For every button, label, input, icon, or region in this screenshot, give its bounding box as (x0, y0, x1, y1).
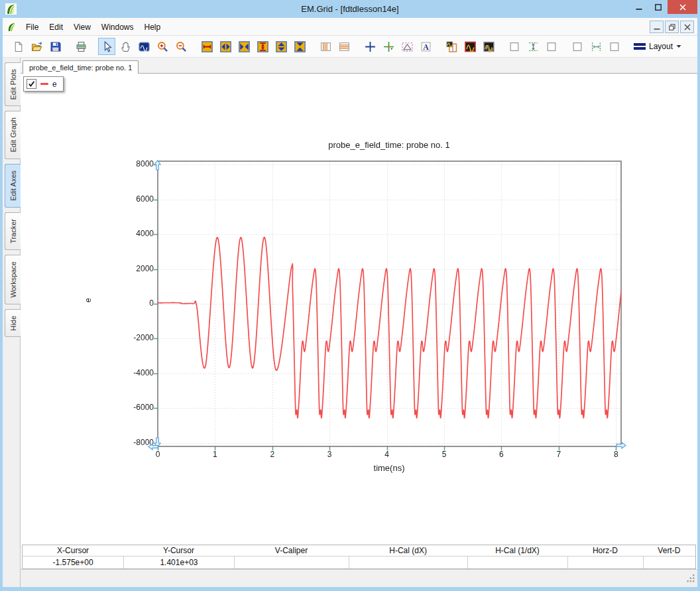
tracker-tool-button[interactable] (380, 38, 397, 55)
cursor-header-4: H-Cal (1/dX) (467, 545, 567, 556)
v-expand-blue-icon (276, 41, 287, 52)
document-tab[interactable]: probe_e_field_time: probe no. 1 (23, 60, 139, 74)
pointer-tool-button[interactable] (98, 38, 115, 55)
expand-x-button[interactable] (198, 38, 215, 55)
x-tick-label-3: 3 (316, 450, 343, 459)
menubar: FileEditViewWindowsHelp (3, 18, 697, 36)
small-checkbox-icon (609, 41, 620, 52)
page-plot-button[interactable] (443, 38, 460, 55)
page-plot-icon (446, 41, 457, 52)
pan-tool-button[interactable] (117, 38, 134, 55)
resize-grip[interactable] (687, 573, 695, 585)
mdi-restore-button[interactable] (665, 21, 679, 33)
close-button[interactable] (668, 0, 697, 14)
cursor-value-1: 1.401e+03 (123, 557, 233, 568)
stretch-y-button[interactable] (272, 38, 290, 55)
menu-item-windows[interactable]: Windows (96, 20, 139, 34)
cursor-header-row: X-CursorY-CursorV-CaliperH-Cal (dX)H-Cal… (23, 545, 695, 557)
text-annotation-icon: A (420, 41, 432, 52)
main-area: Edit PlotsEdit GraphEdit AxesTrackerWork… (3, 58, 697, 587)
caliper-button[interactable] (398, 38, 416, 55)
mdi-minimize-button[interactable] (650, 21, 664, 33)
zoom-in-magnifier-icon (157, 41, 168, 52)
y-tick-label-8000: 8000 (113, 159, 154, 168)
axis-top-left-arrow[interactable] (154, 160, 161, 173)
horizontal-grid-button[interactable] (335, 38, 353, 55)
menu-item-edit[interactable]: Edit (44, 20, 68, 34)
sidebar-tab-label: Tracker (9, 219, 17, 243)
legend-checkbox[interactable] (27, 79, 36, 89)
sidebar-tab-edit-plots[interactable]: Edit Plots (5, 62, 21, 106)
legend-box[interactable]: e (23, 76, 64, 92)
mdi-close-button[interactable] (680, 21, 694, 33)
cursor-header-3: H-Cal (dX) (349, 545, 467, 556)
print-button[interactable] (72, 38, 89, 55)
svg-text:A: A (423, 42, 429, 51)
save-floppy-icon (50, 41, 61, 52)
new-document-button[interactable] (9, 38, 27, 55)
save-button[interactable] (46, 38, 64, 55)
sidebar-tab-edit-axes[interactable]: Edit Axes (5, 164, 21, 208)
chevron-down-icon (676, 44, 681, 48)
open-file-button[interactable] (28, 38, 45, 55)
y-tick-label-2000: 2000 (113, 264, 154, 273)
v-resize-red-icon (257, 41, 268, 52)
window-title: EM.Grid - [fdtdlesson14e] (0, 4, 700, 14)
status-strip (21, 569, 697, 587)
x-tick-label-1: 1 (202, 450, 228, 459)
x-tick-label-6: 6 (488, 450, 514, 459)
menu-item-help[interactable]: Help (139, 20, 166, 34)
sidebar-tab-hide[interactable]: Hide (5, 309, 21, 338)
axis-bottom-right-arrow[interactable] (616, 440, 626, 452)
y-tick-label--6000: -6000 (113, 403, 154, 412)
caliper-triangle-icon (402, 41, 413, 52)
zoom-out-magnifier-icon (176, 41, 187, 52)
vertical-grid-button[interactable] (317, 38, 334, 55)
h-expand-blue-icon (220, 41, 231, 52)
text-annotation-button[interactable]: A (417, 38, 434, 55)
cursor-value-5 (567, 557, 643, 568)
h-autofit-left-checkbox[interactable] (569, 38, 586, 55)
menu-item-file[interactable]: File (21, 20, 44, 34)
axis-bottom-left-left-arrow[interactable] (148, 441, 158, 453)
cursor-header-6: Vert-D (643, 545, 695, 556)
layout-dropdown[interactable]: Layout (634, 42, 681, 51)
maximize-button[interactable] (648, 0, 668, 14)
sidebar-tab-label: Hide (9, 316, 17, 331)
sidebar-tab-edit-graph[interactable]: Edit Graph (5, 111, 21, 159)
x-tick-label-5: 5 (431, 450, 457, 459)
cursor-value-0: -1.575e+00 (23, 557, 123, 568)
zoom-out-button[interactable] (172, 38, 190, 55)
horizontal-fit-button[interactable] (587, 38, 605, 55)
sidebar-tab-workspace[interactable]: Workspace (5, 255, 21, 304)
zoom-in-button[interactable] (154, 38, 171, 55)
plot-single-icon (465, 41, 476, 52)
chart-title: probe_e_field_time: probe no. 1 (223, 140, 555, 150)
stretch-x-button[interactable] (217, 38, 234, 55)
h-autofit-right-checkbox[interactable] (606, 38, 623, 55)
pan-hand-icon (120, 41, 131, 52)
h-compress-blue-icon (239, 41, 250, 52)
zoom-region-icon (139, 41, 150, 52)
overlay-plot-button[interactable] (480, 38, 497, 55)
cursor-value-6 (643, 557, 695, 568)
shrink-x-button[interactable] (235, 38, 253, 55)
x-tick-label-7: 7 (546, 450, 572, 459)
zoom-region-button[interactable] (135, 38, 152, 55)
cursor-value-2 (234, 557, 349, 568)
crosshair-button[interactable] (361, 38, 379, 55)
small-checkbox-icon (572, 41, 583, 52)
v-autofit-left-checkbox[interactable] (506, 38, 523, 55)
minimize-button[interactable] (629, 0, 648, 14)
dark-plot-button[interactable] (461, 38, 479, 55)
shrink-y-button[interactable] (291, 38, 308, 55)
v-compress-blue-icon (294, 41, 306, 52)
expand-y-button[interactable] (254, 38, 271, 55)
v-adjust-icon (528, 41, 539, 52)
printer-icon (76, 41, 87, 52)
sidebar-tab-tracker[interactable]: Tracker (5, 212, 21, 250)
vertical-fit-button[interactable] (524, 38, 542, 55)
menu-item-view[interactable]: View (68, 20, 96, 34)
v-autofit-right-checkbox[interactable] (543, 38, 560, 55)
cursor-header-0: X-Cursor (23, 545, 123, 556)
